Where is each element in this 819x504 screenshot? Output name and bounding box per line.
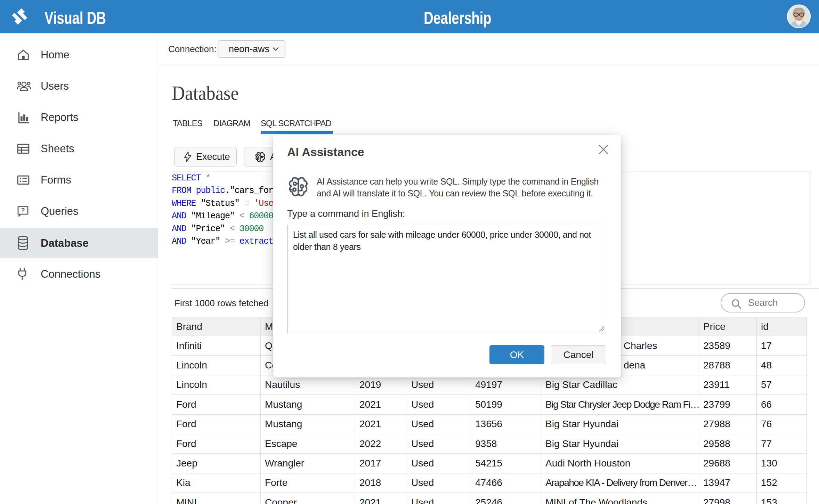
svg-text:?: ? bbox=[21, 207, 25, 214]
